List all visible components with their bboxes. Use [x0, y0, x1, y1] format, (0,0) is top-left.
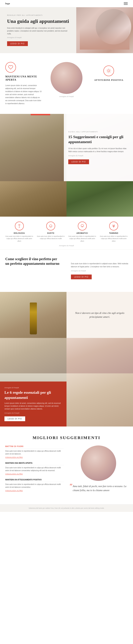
svg-point-0 [108, 70, 110, 72]
tannino-icon-circle [109, 222, 118, 230]
aroma-icon [80, 224, 84, 228]
suggerimenti-caption: Immagine da Freepik [68, 155, 128, 156]
vino-left: Come scegliere il vino perfetto per un p… [0, 250, 67, 292]
item-1-link[interactable]: Visualizza altro [5, 473, 64, 475]
tannino-text: Duis aute irure dolor in reprehenderit i… [99, 235, 128, 242]
toast-image [0, 338, 67, 373]
romantic-image [51, 62, 82, 94]
attitude-icon-circle [103, 66, 114, 76]
mente-center: Immagine di Freepik [47, 62, 86, 98]
migliori-grid: Mattini di fuori Duis aute irure dolor i… [5, 446, 128, 496]
attitude-title: ATTITUDINE POSITIVA [94, 79, 123, 82]
taste-icon [49, 224, 53, 228]
red-accent-bar [31, 114, 50, 115]
vino-title: Come scegliere il vino perfetto per un p… [5, 257, 61, 266]
migliori-title: MIGLIORI SUGGERIMENTI [5, 435, 128, 440]
regole-right-image [67, 373, 133, 426]
regole-overlay: Immagine di Freepik Le 6 regole essenzia… [0, 382, 67, 426]
mente-icon-circle [5, 62, 16, 72]
list-item-2: Mantieni un atteggiamento positivo Duis … [5, 479, 64, 492]
mente-text: Lorem ipsum dolor sit amet, consectetur … [5, 84, 42, 105]
list-item-0: Mattini di fuori Duis aute irure dolor i… [5, 446, 64, 458]
item-2-text: Duis aute irure dolor in reprehenderit i… [5, 483, 64, 489]
svg-line-7 [107, 72, 107, 72]
item-0-label: Mattini di fuori [5, 446, 64, 448]
svg-point-11 [50, 225, 52, 228]
sun-icon [106, 68, 111, 73]
hero-section: REGOLE PER GLI APPUNTAMENTI Una guida ag… [0, 7, 133, 53]
item-2-label: Mantieni un atteggiamento positivo [5, 479, 64, 481]
regole-left-image: Immagine di Freepik Le 6 regole essenzia… [0, 373, 67, 426]
vino-perfetto-section: Come scegliere il vino perfetto per un p… [0, 250, 133, 292]
icon-item-aromatici: AROMATICI Duis aute irure dolor in repre… [67, 222, 98, 242]
suggerimenti-section: GUIDA AGLI APPUNTAMENTI 15 Suggerimenti … [0, 114, 133, 181]
hero-read-more-button[interactable]: LEGGI DI PIÙ [7, 41, 28, 46]
hero-title: Una guida agli appuntamenti [7, 18, 71, 24]
item-0-text: Duis aute irure dolor in reprehenderit i… [5, 450, 64, 455]
dolcezza-title: DOLCEZZA [14, 232, 25, 234]
suggerimenti-title: 15 Suggerimenti e consigli per gli appun… [68, 134, 128, 144]
migliori-section: MIGLIORI SUGGERIMENTI Mattini di fuori D… [0, 426, 133, 504]
wine-section: DOLCEZZA Duis aute irure dolor in repreh… [0, 181, 133, 250]
migliori-list: Mattini di fuori Duis aute irure dolor i… [5, 446, 64, 496]
vino-read-more-button[interactable]: LEGGI DI PIÙ [71, 274, 92, 279]
regole-title: Le 6 regole essenziali per gli appuntame… [5, 390, 62, 400]
item-0-link[interactable]: Visualizza altro [5, 456, 64, 458]
footer-text: Seleziona del testo per vedere l'ora. Fa… [5, 507, 128, 509]
regole-caption: Immagine da Freepik [5, 412, 62, 414]
grapes-image [67, 181, 133, 216]
regole-pre-label: Immagine di Freepik [5, 387, 62, 388]
wine-icons-caption: Immagine da Freepik [0, 244, 133, 250]
item-1-text: Duis aute irure dolor in reprehenderit i… [5, 466, 64, 472]
wine-bottle-row: Non è davvero un tipo di vino che agli a… [0, 292, 133, 338]
list-item-1: Mantieni una mente aperta Duis aute irur… [5, 462, 64, 475]
suggerimenti-overlay: GUIDA AGLI APPUNTAMENTI 15 Suggerimenti … [64, 114, 133, 181]
dolcezza-text: Duis aute irure dolor in reprehenderit i… [5, 235, 34, 242]
aromatici-icon-circle [78, 222, 87, 230]
couple-toast-section [0, 338, 133, 373]
navigation: logo [0, 0, 133, 7]
aromatici-title: AROMATICI [76, 232, 88, 234]
dolcezza-icon-circle [15, 222, 24, 230]
wine-bottle-full-image [0, 292, 67, 338]
migliori-quote-text: Ama tutti, fidati di pochi, non fare tor… [73, 485, 126, 492]
mente-left: MANTIENI UNA MENTE APERTA Lorem ipsum do… [5, 62, 45, 105]
hero-text: REGOLE PER GLI APPUNTAMENTI Una guida ag… [0, 7, 76, 53]
quote-text: Non è davvero un tipo di vino che agli a… [72, 311, 128, 319]
wine-glass-icon [17, 224, 21, 228]
hero-image-caption: Immagine di Freepik [7, 37, 71, 38]
item-1-label: Mantieni una mente aperta [5, 462, 64, 464]
vino-desc: Duis aute irure dolor in reprehenderit i… [71, 262, 128, 268]
couple-image-round [81, 446, 116, 481]
mente-image-caption: Immagine di Freepik [59, 96, 74, 98]
regole-desc: Lorem ipsum dolor sit amet, consectetur … [5, 402, 62, 410]
wine-icons-row: DOLCEZZA Duis aute irure dolor in repreh… [0, 216, 133, 244]
clinking-image [67, 338, 133, 373]
heart-icon [8, 65, 13, 70]
logo: logo [5, 2, 10, 5]
suggerimenti-read-more-button[interactable]: LEGGI DI PIÙ [68, 160, 89, 164]
hamburger-menu[interactable] [124, 2, 128, 5]
wine-bottle-image [0, 181, 67, 216]
item-2-link[interactable]: Visualizza altro [5, 490, 64, 492]
suggerimenti-bg-left [0, 114, 67, 181]
suggerimenti-desc: Ut leo dui et diam quam nulla porttitor.… [68, 147, 128, 153]
suggerimenti-label: GUIDA AGLI APPUNTAMENTI [68, 131, 128, 133]
regole-section: Immagine di Freepik Le 6 regole essenzia… [0, 373, 133, 426]
mente-right: ATTITUDINE POSITIVA [88, 62, 128, 82]
quote-section: Non è davvero un tipo di vino che agli a… [67, 292, 133, 338]
hero-image [76, 7, 133, 53]
migliori-quote: " Ama tutti, fidati di pochi, non fare t… [69, 484, 128, 492]
icon-item-dolcezza: DOLCEZZA Duis aute irure dolor in repreh… [4, 222, 35, 242]
mente-title: MANTIENI UNA MENTE APERTA [5, 75, 42, 82]
vino-caption: Immagine da Freepik [71, 270, 128, 272]
icon-item-tannino: TANNINO Duis aute irure dolor in reprehe… [98, 222, 130, 242]
gusto-text: Duis aute irure dolor in reprehenderit i… [37, 235, 65, 240]
tannin-icon [112, 224, 116, 228]
migliori-right: " Ama tutti, fidati di pochi, non fare t… [69, 446, 128, 496]
aromatici-text: Duis aute irure dolor in reprehenderit i… [68, 235, 97, 242]
vino-right: Duis aute irure dolor in reprehenderit i… [67, 250, 133, 292]
tannino-title: TANNINO [109, 232, 118, 234]
regole-read-more-button[interactable]: LEGGI DI PIÙ [5, 416, 25, 421]
gusto-icon-circle [46, 222, 55, 230]
